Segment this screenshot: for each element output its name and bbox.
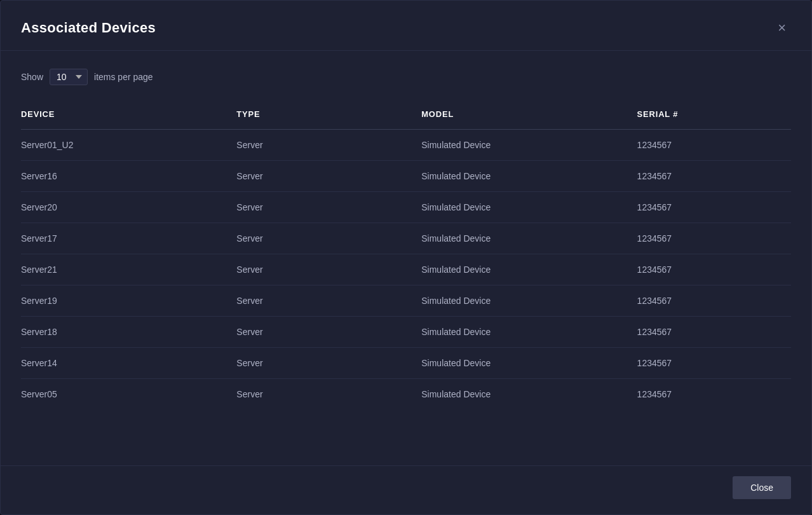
column-header-model: MODEL bbox=[421, 103, 637, 130]
table-row: Server20 Server Simulated Device 1234567 bbox=[21, 192, 791, 223]
cell-model: Simulated Device bbox=[421, 254, 637, 285]
cell-device: Server16 bbox=[21, 161, 236, 192]
cell-device: Server19 bbox=[21, 285, 236, 317]
cell-device: Server20 bbox=[21, 192, 236, 223]
cell-model: Simulated Device bbox=[421, 130, 637, 161]
cell-type: Server bbox=[236, 161, 421, 192]
cell-serial: 1234567 bbox=[637, 130, 791, 161]
devices-table-container: DEVICE TYPE MODEL SERIAL # Server01_U2 S… bbox=[21, 103, 791, 453]
cell-device: Server18 bbox=[21, 317, 236, 348]
table-row: Server17 Server Simulated Device 1234567 bbox=[21, 223, 791, 254]
cell-device: Server17 bbox=[21, 223, 236, 254]
table-row: Server01_U2 Server Simulated Device 1234… bbox=[21, 130, 791, 161]
table-row: Server16 Server Simulated Device 1234567 bbox=[21, 161, 791, 192]
table-row: Server14 Server Simulated Device 1234567 bbox=[21, 348, 791, 379]
modal-footer: Close bbox=[1, 465, 811, 514]
cell-serial: 1234567 bbox=[637, 317, 791, 348]
devices-table: DEVICE TYPE MODEL SERIAL # Server01_U2 S… bbox=[21, 103, 791, 409]
show-label: Show bbox=[21, 72, 43, 82]
table-header-row: DEVICE TYPE MODEL SERIAL # bbox=[21, 103, 791, 130]
modal-body: Show 10 25 50 100 items per page DEVICE … bbox=[1, 51, 811, 465]
cell-model: Simulated Device bbox=[421, 285, 637, 317]
cell-type: Server bbox=[236, 317, 421, 348]
cell-device: Server14 bbox=[21, 348, 236, 379]
modal-title: Associated Devices bbox=[21, 20, 156, 36]
cell-device: Server05 bbox=[21, 379, 236, 410]
modal-close-button[interactable]: × bbox=[773, 18, 791, 38]
table-body: Server01_U2 Server Simulated Device 1234… bbox=[21, 130, 791, 410]
cell-model: Simulated Device bbox=[421, 223, 637, 254]
table-row: Server19 Server Simulated Device 1234567 bbox=[21, 285, 791, 317]
cell-model: Simulated Device bbox=[421, 192, 637, 223]
modal-header: Associated Devices × bbox=[1, 1, 811, 51]
cell-device: Server21 bbox=[21, 254, 236, 285]
cell-device: Server01_U2 bbox=[21, 130, 236, 161]
cell-type: Server bbox=[236, 379, 421, 410]
close-action-button[interactable]: Close bbox=[733, 476, 791, 499]
cell-model: Simulated Device bbox=[421, 317, 637, 348]
pagination-controls: Show 10 25 50 100 items per page bbox=[21, 69, 791, 85]
cell-model: Simulated Device bbox=[421, 379, 637, 410]
table-row: Server21 Server Simulated Device 1234567 bbox=[21, 254, 791, 285]
column-header-type: TYPE bbox=[236, 103, 421, 130]
cell-serial: 1234567 bbox=[637, 285, 791, 317]
cell-type: Server bbox=[236, 192, 421, 223]
cell-serial: 1234567 bbox=[637, 348, 791, 379]
table-row: Server18 Server Simulated Device 1234567 bbox=[21, 317, 791, 348]
cell-type: Server bbox=[236, 285, 421, 317]
items-per-page-label: items per page bbox=[94, 72, 153, 82]
cell-serial: 1234567 bbox=[637, 254, 791, 285]
cell-serial: 1234567 bbox=[637, 379, 791, 410]
cell-type: Server bbox=[236, 223, 421, 254]
cell-serial: 1234567 bbox=[637, 223, 791, 254]
modal-overlay: Associated Devices × Show 10 25 50 100 i… bbox=[0, 0, 812, 515]
table-row: Server05 Server Simulated Device 1234567 bbox=[21, 379, 791, 410]
cell-type: Server bbox=[236, 130, 421, 161]
per-page-select[interactable]: 10 25 50 100 bbox=[50, 69, 88, 85]
cell-serial: 1234567 bbox=[637, 192, 791, 223]
column-header-device: DEVICE bbox=[21, 103, 236, 130]
cell-serial: 1234567 bbox=[637, 161, 791, 192]
cell-model: Simulated Device bbox=[421, 161, 637, 192]
column-header-serial: SERIAL # bbox=[637, 103, 791, 130]
associated-devices-modal: Associated Devices × Show 10 25 50 100 i… bbox=[0, 0, 812, 515]
cell-type: Server bbox=[236, 254, 421, 285]
cell-model: Simulated Device bbox=[421, 348, 637, 379]
cell-type: Server bbox=[236, 348, 421, 379]
